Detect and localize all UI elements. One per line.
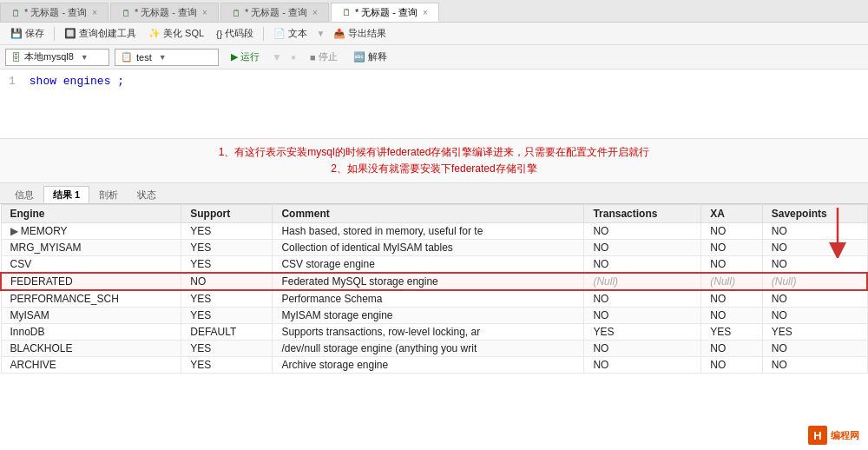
tab-3[interactable]: 🗒 * 无标题 - 查询 × [220,3,329,22]
cell-support: YES [181,357,273,374]
table-row[interactable]: PERFORMANCE_SCHYESPerformance SchemaNONO… [1,290,867,308]
cell-xa: (Null) [701,273,763,290]
bottom-tabs: 信息 结果 1 剖析 状态 [0,183,868,204]
cell-transactions: (Null) [584,273,701,290]
logo-icon: H [808,426,827,445]
db-dropdown-arrow: ▼ [81,53,89,62]
result-table-wrap[interactable]: Engine Support Comment Transactions XA S… [0,204,868,450]
tab-result1[interactable]: 结果 1 [43,186,89,203]
cell-transactions: NO [584,290,701,308]
table-row[interactable]: CSVYESCSV storage engineNONONO [1,256,867,274]
export-icon: 📤 [333,28,345,39]
explain-button[interactable]: 🔤 解释 [348,49,392,65]
cell-engine: FEDERATED [1,273,181,290]
run-button[interactable]: ▶ 运行 [224,49,266,65]
cell-savepoints: NO [762,341,867,357]
beautify-button[interactable]: ✨ 美化 SQL [143,25,209,42]
query-icon: 🔲 [64,28,76,39]
table-row[interactable]: MyISAMYESMyISAM storage engineNONONO [1,308,867,324]
tab-4-close[interactable]: × [423,8,428,17]
annotation-area: 1、有这行表示安装mysql的时候有讲federated存储引擎编译进来，只需要… [0,139,868,183]
table-name: test [136,52,152,63]
cell-xa: NO [701,223,763,240]
cell-engine: CSV [1,256,181,274]
db-icon: 🗄 [11,52,21,63]
main-toolbar: 💾 保存 🔲 查询创建工具 ✨ 美化 SQL {} 代码段 📄 文本 ▼ 📤 导… [0,23,868,45]
table-row[interactable]: ▶ MEMORYYESHash based, stored in memory,… [1,223,867,240]
explain-icon: 🔤 [353,51,365,63]
tab-bar-top: 🗒 * 无标题 - 查询 × 🗒 * 无标题 - 查询 × 🗒 * 无标题 - … [0,0,868,23]
table-row[interactable]: MRG_MYISAMYESCollection of identical MyI… [1,240,867,256]
col-transactions: Transactions [584,205,701,223]
tab-profile[interactable]: 剖析 [89,186,128,203]
cell-engine: PERFORMANCE_SCH [1,290,181,308]
table-icon: 📋 [121,51,133,63]
db-selector[interactable]: 🗄 本地mysql8 ▼ [5,49,109,66]
export-button[interactable]: 📤 导出结果 [328,25,391,42]
tab-1-close[interactable]: × [92,8,97,17]
annotation-line2: 2、如果没有就需要安装下federated存储引擎 [9,161,859,177]
tab-3-close[interactable]: × [312,8,318,17]
cell-support: YES [181,256,273,274]
cell-xa: YES [701,324,763,341]
cell-comment: Hash based, stored in memory, useful for… [273,223,584,240]
cell-xa: NO [701,341,763,357]
tab-info[interactable]: 信息 [5,186,43,203]
cell-transactions: NO [584,223,701,240]
cell-comment: CSV storage engine [273,256,584,274]
tab-2[interactable]: 🗒 * 无标题 - 查询 × [110,3,219,22]
sep2 [263,27,264,41]
code-button[interactable]: {} 代码段 [211,25,259,42]
text-icon: 📄 [273,28,286,39]
tab-1-icon: 🗒 [11,8,21,18]
cell-savepoints: YES [762,324,867,341]
tab-4-label: * 无标题 - 查询 [355,6,418,19]
col-support: Support [181,205,273,223]
annotation-line1: 1、有这行表示安装mysql的时候有讲federated存储引擎编译进来，只需要… [9,144,859,161]
select-bar: 🗄 本地mysql8 ▼ 📋 test ▼ ▶ 运行 ▼ ● ■ 停止 🔤 解释 [0,45,868,69]
col-xa: XA [701,205,763,223]
tab-3-label: * 无标题 - 查询 [245,6,307,19]
cell-engine: InnoDB [1,324,181,341]
cell-xa: NO [701,308,763,324]
table-selector[interactable]: 📋 test ▼ [115,49,219,66]
cell-xa: NO [701,256,763,274]
beautify-icon: ✨ [148,28,161,39]
cell-engine: BLACKHOLE [1,341,181,357]
tab-2-close[interactable]: × [202,8,207,17]
table-row[interactable]: ARCHIVEYESArchive storage engineNONONO [1,357,867,374]
stop-button[interactable]: ■ 停止 [305,49,343,65]
logo-label: 编程网 [831,429,859,442]
editor-area[interactable]: 1show engines ; [0,69,868,139]
query-create-button[interactable]: 🔲 查询创建工具 [59,25,141,42]
table-dropdown-arrow: ▼ [159,53,167,62]
cell-engine: MRG_MYISAM [1,240,181,256]
table-row[interactable]: InnoDBDEFAULTSupports transactions, row-… [1,324,867,341]
code-icon: {} [216,29,222,39]
cell-savepoints: (Null) [762,273,867,290]
cell-transactions: NO [584,357,701,374]
cell-transactions: NO [584,240,701,256]
stop-icon: ■ [310,52,316,63]
tab-1[interactable]: 🗒 * 无标题 - 查询 × [0,3,108,22]
result-table: Engine Support Comment Transactions XA S… [0,204,868,374]
table-row[interactable]: FEDERATEDNOFederated MySQL storage engin… [1,273,867,290]
text-button[interactable]: 📄 文本 [268,25,312,42]
cell-transactions: NO [584,308,701,324]
cell-support: DEFAULT [181,324,273,341]
cell-transactions: NO [584,341,701,357]
cell-xa: NO [701,357,763,374]
down-arrow-svg [825,206,851,258]
tab-4[interactable]: 🗒 * 无标题 - 查询 × [331,3,439,22]
db-name: 本地mysql8 [24,50,74,63]
save-button[interactable]: 💾 保存 [5,25,49,42]
tab-status[interactable]: 状态 [128,186,166,203]
cell-engine: ARCHIVE [1,357,181,374]
logo-area: H 编程网 [808,426,859,445]
cell-engine: ▶ MEMORY [1,223,181,240]
cell-support: YES [181,240,273,256]
table-row[interactable]: BLACKHOLEYES/dev/null storage engine (an… [1,341,867,357]
main-layout: 🗒 * 无标题 - 查询 × 🗒 * 无标题 - 查询 × 🗒 * 无标题 - … [0,0,868,450]
cell-savepoints: NO [762,223,867,240]
col-engine: Engine [1,205,181,223]
